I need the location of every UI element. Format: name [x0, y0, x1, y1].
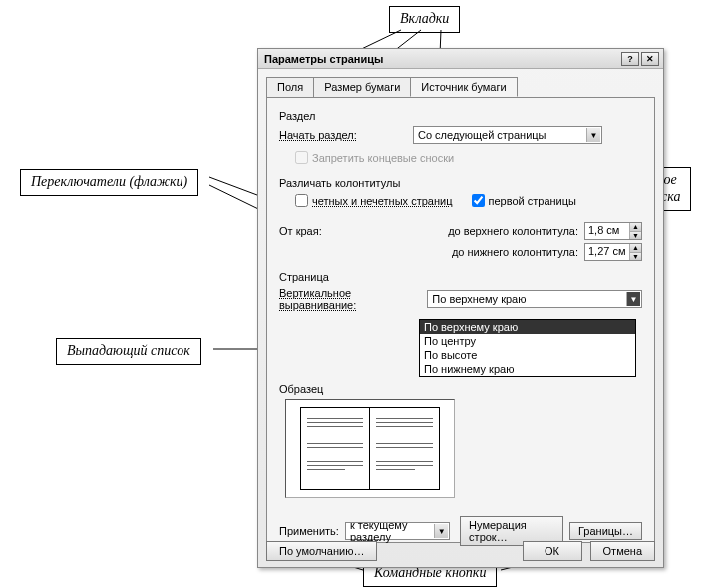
borders-button[interactable]: Границы… — [569, 522, 642, 540]
ok-button[interactable]: ОК — [523, 541, 582, 561]
valign-opt-top[interactable]: По верхнему краю — [420, 320, 635, 334]
section-start-label: Начать раздел: — [279, 129, 389, 141]
footer-distance-value: 1,27 см — [585, 244, 629, 260]
help-button[interactable]: ? — [621, 52, 639, 66]
page-setup-dialog: Параметры страницы ? ✕ Поля Размер бумаг… — [257, 48, 664, 568]
preview-pane — [285, 399, 455, 498]
chevron-down-icon: ▼ — [434, 524, 448, 538]
section-label: Раздел — [279, 110, 642, 122]
valign-dropdown-list[interactable]: По верхнему краю По центру По высоте По … — [419, 319, 636, 377]
callout-dropdown: Выпадающий список — [56, 338, 201, 365]
section-start-combo[interactable]: Со следующей страницы ▼ — [413, 126, 602, 144]
sample-label: Образец — [279, 383, 642, 395]
forbid-endnotes-label: Запретить концевые сноски — [312, 152, 454, 164]
apply-combo[interactable]: к текущему разделу ▼ — [345, 522, 450, 540]
default-button[interactable]: По умолчанию… — [266, 541, 377, 561]
apply-value: к текущему разделу — [350, 519, 445, 543]
callout-tabs: Вкладки — [389, 6, 460, 33]
spin-up-icon[interactable]: ▲ — [630, 223, 641, 232]
tab-body: Раздел Начать раздел: Со следующей стран… — [266, 97, 655, 543]
spin-down-icon[interactable]: ▼ — [630, 253, 641, 261]
forbid-endnotes-checkbox — [295, 151, 308, 164]
valign-opt-center[interactable]: По центру — [420, 334, 635, 348]
dialog-button-row: По умолчанию… ОК Отмена — [266, 541, 655, 561]
close-button[interactable]: ✕ — [641, 52, 659, 66]
odd-even-checkbox[interactable] — [295, 194, 308, 207]
dialog-title: Параметры страницы — [264, 53, 383, 65]
valign-combo[interactable]: По верхнему краю ▼ — [427, 290, 642, 308]
valign-value: По верхнему краю — [432, 293, 526, 305]
first-page-label: первой страницы — [489, 195, 576, 207]
odd-even-label: четных и нечетных страниц — [312, 195, 452, 207]
chevron-down-icon: ▼ — [586, 128, 600, 142]
titlebar: Параметры страницы ? ✕ — [258, 49, 663, 69]
from-edge-label: От края: — [279, 225, 359, 237]
header-distance-label: до верхнего колонтитула: — [448, 225, 578, 237]
header-distance-spinner[interactable]: 1,8 см ▲▼ — [584, 222, 642, 240]
footer-distance-label: до нижнего колонтитула: — [452, 246, 578, 258]
footer-distance-spinner[interactable]: 1,27 см ▲▼ — [584, 243, 642, 261]
chevron-down-icon: ▼ — [626, 292, 640, 306]
header-distance-value: 1,8 см — [585, 223, 629, 239]
headers-group-label: Различать колонтитулы — [279, 177, 642, 189]
section-start-value: Со следующей страницы — [418, 129, 546, 141]
first-page-checkbox[interactable] — [472, 194, 485, 207]
valign-label: Вертикальное выравнивание: — [279, 287, 427, 311]
page-thumb-left — [300, 407, 370, 490]
tab-margins[interactable]: Поля — [266, 77, 314, 97]
valign-opt-justify[interactable]: По высоте — [420, 348, 635, 362]
tab-paper-source[interactable]: Источник бумаги — [410, 77, 517, 97]
callout-switches: Переключатели (флажки) — [20, 169, 198, 196]
spin-down-icon[interactable]: ▼ — [630, 232, 641, 240]
apply-label: Применить: — [279, 525, 339, 537]
tab-row: Поля Размер бумаги Источник бумаги — [266, 77, 655, 97]
page-section-label: Страница — [279, 271, 642, 283]
tab-paper-size[interactable]: Размер бумаги — [313, 77, 411, 97]
valign-opt-bottom[interactable]: По нижнему краю — [420, 362, 635, 376]
spin-up-icon[interactable]: ▲ — [630, 244, 641, 253]
cancel-button[interactable]: Отмена — [590, 541, 655, 561]
page-thumb-right — [370, 407, 440, 490]
